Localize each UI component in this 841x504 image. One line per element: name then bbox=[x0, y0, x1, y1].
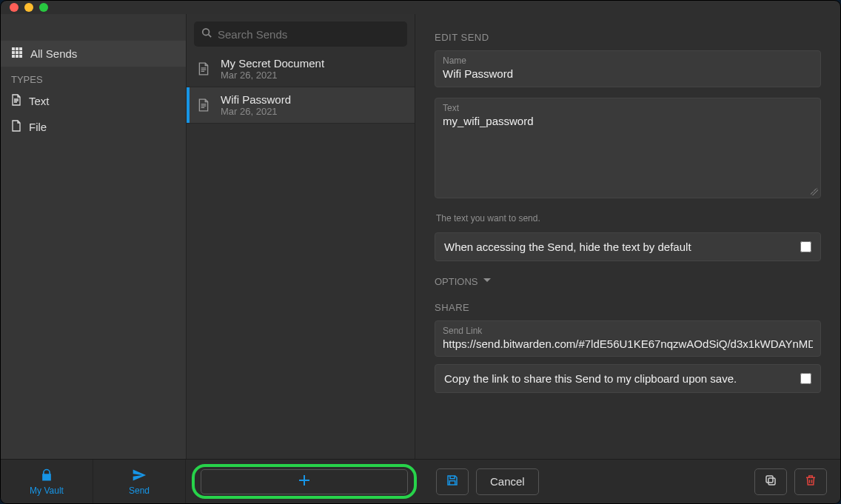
search-icon bbox=[201, 27, 212, 41]
text-file-icon bbox=[195, 62, 212, 75]
list-item-title: My Secret Document bbox=[221, 57, 324, 70]
text-help: The text you want to send. bbox=[435, 209, 821, 232]
app-window: All Sends TYPES Text File bbox=[0, 0, 841, 504]
sidebar-all-sends-label: All Sends bbox=[30, 47, 77, 60]
nav-vault-label: My Vault bbox=[30, 485, 64, 496]
share-heading: SHARE bbox=[435, 302, 821, 313]
options-toggle[interactable]: OPTIONS bbox=[435, 276, 821, 287]
sidebar: All Sends TYPES Text File bbox=[1, 14, 186, 459]
sidebar-types-heading: TYPES bbox=[1, 67, 186, 88]
svg-rect-0 bbox=[12, 47, 15, 50]
send-list-column: My Secret Document Mar 26, 2021 Wifi Pas… bbox=[186, 14, 415, 459]
svg-rect-11 bbox=[766, 476, 773, 483]
delete-button[interactable] bbox=[794, 468, 827, 495]
search-sends[interactable] bbox=[194, 21, 407, 47]
detail-panel[interactable]: EDIT SEND Name Text The text you want to… bbox=[415, 14, 840, 459]
sidebar-type-file-label: File bbox=[29, 121, 47, 133]
send-list: My Secret Document Mar 26, 2021 Wifi Pas… bbox=[187, 51, 415, 459]
share-link-field[interactable]: Send Link https://send.bitwarden.com/#7l… bbox=[435, 320, 821, 357]
chevron-down-icon bbox=[483, 276, 492, 287]
nav-my-vault[interactable]: My Vault bbox=[1, 460, 93, 503]
svg-rect-7 bbox=[16, 55, 19, 58]
text-label: Text bbox=[443, 103, 813, 113]
add-send-button[interactable] bbox=[201, 469, 408, 494]
svg-rect-4 bbox=[16, 51, 19, 54]
sidebar-type-text-label: Text bbox=[29, 95, 50, 107]
copy-link-button[interactable] bbox=[754, 468, 787, 495]
search-input[interactable] bbox=[218, 28, 400, 41]
trash-icon bbox=[804, 474, 817, 489]
window-minimize-dot[interactable] bbox=[24, 3, 33, 12]
share-link-value: https://send.bitwarden.com/#7ldE56U1KE67… bbox=[443, 337, 813, 350]
plus-icon bbox=[298, 474, 310, 489]
copy-on-save-label: Copy the link to share this Send to my c… bbox=[444, 372, 737, 385]
text-file-icon bbox=[11, 94, 21, 108]
footer: My Vault Send Cancel bbox=[1, 459, 840, 503]
save-icon bbox=[446, 474, 459, 489]
edit-send-heading: EDIT SEND bbox=[435, 32, 821, 43]
copy-on-save-checkbox[interactable] bbox=[800, 373, 811, 384]
svg-rect-6 bbox=[12, 55, 15, 58]
cancel-button[interactable]: Cancel bbox=[476, 468, 539, 495]
hide-text-label: When accessing the Send, hide the text b… bbox=[444, 241, 691, 253]
hide-text-row[interactable]: When accessing the Send, hide the text b… bbox=[435, 232, 821, 261]
file-icon bbox=[11, 120, 21, 134]
list-item[interactable]: Wifi Password Mar 26, 2021 bbox=[187, 87, 415, 124]
name-input[interactable] bbox=[443, 67, 813, 80]
name-field[interactable]: Name bbox=[435, 50, 821, 87]
add-button-area bbox=[186, 460, 423, 503]
list-item-date: Mar 26, 2021 bbox=[221, 106, 291, 117]
svg-rect-1 bbox=[16, 47, 19, 50]
save-button[interactable] bbox=[436, 468, 469, 495]
svg-rect-5 bbox=[19, 51, 22, 54]
svg-rect-10 bbox=[768, 478, 775, 485]
text-field[interactable]: Text bbox=[435, 98, 821, 198]
copy-icon bbox=[764, 474, 777, 489]
nav-send[interactable]: Send bbox=[93, 460, 186, 503]
copy-on-save-row[interactable]: Copy the link to share this Send to my c… bbox=[435, 364, 821, 393]
hide-text-checkbox[interactable] bbox=[800, 241, 811, 252]
text-file-icon bbox=[195, 98, 212, 112]
grid-icon bbox=[11, 47, 23, 61]
send-icon bbox=[132, 468, 147, 485]
share-link-label: Send Link bbox=[443, 326, 813, 336]
list-item-title: Wifi Password bbox=[221, 93, 291, 106]
options-label: OPTIONS bbox=[435, 276, 478, 287]
nav-send-label: Send bbox=[129, 485, 150, 496]
cancel-label: Cancel bbox=[490, 475, 525, 488]
name-label: Name bbox=[443, 56, 813, 66]
svg-rect-3 bbox=[12, 51, 15, 54]
sidebar-item-type-text[interactable]: Text bbox=[1, 88, 186, 114]
titlebar bbox=[1, 1, 840, 14]
window-close-dot[interactable] bbox=[10, 3, 19, 12]
sidebar-item-type-file[interactable]: File bbox=[1, 114, 186, 140]
lock-icon bbox=[39, 468, 54, 485]
list-item[interactable]: My Secret Document Mar 26, 2021 bbox=[187, 51, 415, 87]
window-zoom-dot[interactable] bbox=[39, 3, 48, 12]
list-item-date: Mar 26, 2021 bbox=[221, 70, 324, 81]
text-input[interactable] bbox=[443, 115, 813, 189]
sidebar-item-all-sends[interactable]: All Sends bbox=[1, 41, 186, 67]
svg-point-9 bbox=[203, 29, 210, 36]
svg-rect-8 bbox=[19, 55, 22, 58]
svg-rect-2 bbox=[19, 47, 22, 50]
